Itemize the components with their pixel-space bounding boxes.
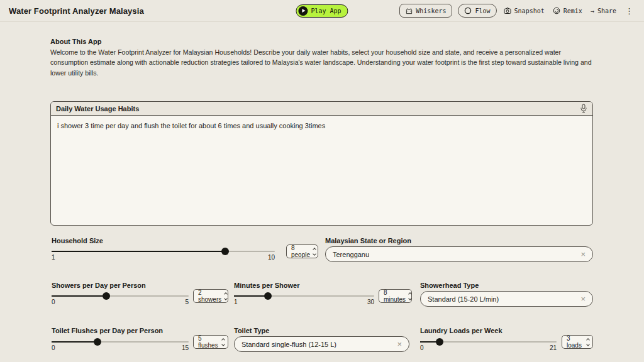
play-app-label: Play App	[311, 8, 341, 14]
laundry-loads-label: Laundry Loads per Week	[420, 327, 502, 334]
minutes-per-shower-slider[interactable]: 130	[234, 292, 374, 306]
about-heading: About This App	[50, 38, 101, 45]
stepper-value: 8 people	[291, 244, 310, 258]
showerhead-type-label: Showerhead Type	[420, 282, 479, 289]
camera-icon	[504, 7, 511, 14]
stepper-value: 2 showers	[198, 289, 221, 303]
play-icon	[298, 6, 308, 16]
slider-track	[52, 341, 189, 343]
toilet-type-label: Toilet Type	[234, 327, 269, 334]
clear-icon[interactable]: ×	[580, 295, 586, 303]
flow-label: Flow	[475, 8, 490, 14]
prompt-card-title: Daily Water Usage Habits	[56, 105, 139, 112]
household-size-slider[interactable]: 110	[52, 248, 275, 261]
remix-label: Remix	[564, 8, 582, 14]
flow-button[interactable]: Flow	[458, 4, 496, 18]
toilet-type-combobox[interactable]: Standard single-flush (12-15 L) ×	[234, 336, 409, 352]
microphone-button[interactable]	[580, 104, 587, 113]
slider-track	[52, 251, 275, 252]
stepper-chevrons-icon[interactable]	[310, 248, 316, 255]
toilet-flushes-stepper[interactable]: 5 flushes	[193, 335, 228, 349]
state-label: Malaysian State or Region	[325, 237, 411, 244]
share-arrow-icon: →	[591, 8, 594, 14]
cat-icon	[406, 8, 413, 14]
remix-icon	[553, 7, 560, 14]
share-label: Share	[597, 8, 616, 14]
laundry-loads-stepper[interactable]: 3 loads	[562, 335, 593, 349]
play-app-button[interactable]: Play App	[296, 4, 348, 18]
stepper-chevrons-icon[interactable]	[584, 339, 589, 346]
combobox-value: Standard single-flush (12-15 L)	[242, 341, 336, 348]
laundry-loads-slider[interactable]: 021	[420, 338, 557, 352]
showers-per-day-slider[interactable]: 05	[52, 292, 189, 306]
top-bar-actions: Whiskers Flow Snapshot	[399, 4, 635, 18]
combobox-value: Standard (15-20 L/min)	[428, 295, 499, 303]
minutes-per-shower-label: Minutes per Shower	[234, 282, 300, 289]
stepper-chevrons-icon[interactable]	[219, 339, 225, 346]
remix-button[interactable]: Remix	[552, 7, 584, 14]
state-combobox[interactable]: Terengganu ×	[325, 246, 593, 262]
stepper-value: 3 loads	[567, 335, 584, 349]
daily-water-usage-card: Daily Water Usage Habits i shower 3 time…	[50, 101, 593, 226]
combobox-value: Terengganu	[333, 251, 369, 258]
stepper-chevrons-icon[interactable]	[221, 293, 227, 300]
snapshot-label: Snapshot	[514, 8, 545, 14]
slider-track	[234, 295, 374, 297]
stepper-value: 8 minutes	[384, 289, 406, 303]
about-description: Welcome to the Water Footprint Analyzer …	[50, 47, 594, 78]
showers-per-day-stepper[interactable]: 2 showers	[193, 289, 228, 303]
share-button[interactable]: → Share	[589, 8, 618, 14]
prompt-card-header: Daily Water Usage Habits	[51, 102, 592, 116]
slider-minmax: 130	[234, 299, 374, 305]
slider-minmax: 110	[52, 254, 275, 261]
whiskers-button[interactable]: Whiskers	[399, 4, 452, 18]
slider-track	[52, 295, 189, 297]
water-footprint-app-page: Water Footprint Analyzer Malaysia Play A…	[0, 0, 644, 362]
flow-circle-icon	[464, 7, 472, 14]
showers-per-day-label: Showers per Day per Person	[52, 282, 146, 289]
slider-minmax: 05	[52, 299, 189, 305]
stepper-chevrons-icon[interactable]	[406, 293, 411, 300]
minutes-per-shower-stepper[interactable]: 8 minutes	[379, 289, 412, 303]
snapshot-button[interactable]: Snapshot	[502, 7, 546, 14]
household-size-stepper[interactable]: 8 people	[286, 244, 318, 258]
toilet-flushes-label: Toilet Flushes per Day per Person	[52, 327, 163, 334]
top-bar: Water Footprint Analyzer Malaysia Play A…	[0, 0, 644, 22]
kebab-menu-icon[interactable]: ⋮	[623, 7, 635, 15]
household-size-label: Household Size	[52, 237, 103, 244]
slider-minmax: 021	[420, 344, 557, 351]
stepper-value: 5 flushes	[198, 335, 219, 349]
clear-icon[interactable]: ×	[580, 250, 586, 258]
prompt-textarea[interactable]: i shower 3 time per day and flush the to…	[51, 116, 592, 136]
microphone-icon	[580, 104, 587, 113]
toilet-flushes-slider[interactable]: 015	[52, 338, 189, 352]
whiskers-label: Whiskers	[416, 8, 446, 14]
app-title: Water Footprint Analyzer Malaysia	[9, 6, 144, 16]
clear-icon[interactable]: ×	[397, 340, 402, 348]
slider-minmax: 015	[52, 344, 189, 351]
showerhead-type-combobox[interactable]: Standard (15-20 L/min) ×	[420, 291, 593, 307]
